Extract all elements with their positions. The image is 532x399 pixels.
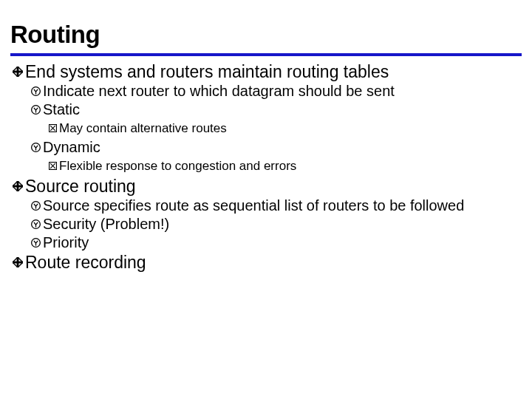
svg-rect-15 xyxy=(13,262,23,264)
bullet-text: Static xyxy=(43,101,522,118)
bullet-text: Security (Problem!) xyxy=(43,216,522,233)
title-rule xyxy=(10,53,522,56)
circle-y-icon xyxy=(28,234,43,251)
svg-rect-1 xyxy=(13,71,23,73)
bullet-text: Indicate next router to which datagram s… xyxy=(43,83,522,100)
dingbat-icon xyxy=(10,177,25,196)
bullet-l3: May contain alternative routes xyxy=(10,121,522,136)
bullet-l1: Route recording xyxy=(10,253,522,272)
bullet-text: End systems and routers maintain routing… xyxy=(25,62,522,81)
bullet-text: May contain alternative routes xyxy=(59,121,522,136)
bullet-text: Priority xyxy=(43,234,522,251)
circle-y-icon xyxy=(28,216,43,233)
bullet-l2: Security (Problem!) xyxy=(10,216,522,233)
bullet-text: Flexible response to congestion and erro… xyxy=(59,159,522,174)
circle-y-icon xyxy=(28,83,43,100)
box-x-icon xyxy=(46,159,59,173)
bullet-text: Source routing xyxy=(25,177,522,196)
circle-y-icon xyxy=(28,197,43,214)
svg-rect-9 xyxy=(13,185,23,187)
slide-title: Routing xyxy=(10,21,522,49)
circle-y-icon xyxy=(28,101,43,118)
bullet-text: Source specifies route as sequential lis… xyxy=(43,197,522,214)
bullet-l2: Static xyxy=(10,101,522,118)
bullet-l2: Source specifies route as sequential lis… xyxy=(10,197,522,214)
bullet-l1: Source routing xyxy=(10,177,522,196)
bullet-l2: Priority xyxy=(10,234,522,251)
circle-y-icon xyxy=(28,139,43,156)
dingbat-icon xyxy=(10,253,25,272)
bullet-l2: Dynamic xyxy=(10,139,522,156)
bullet-l3: Flexible response to congestion and erro… xyxy=(10,159,522,174)
box-x-icon xyxy=(46,121,59,135)
bullet-text: Dynamic xyxy=(43,139,522,156)
bullet-l1: End systems and routers maintain routing… xyxy=(10,62,522,81)
dingbat-icon xyxy=(10,62,25,81)
bullet-text: Route recording xyxy=(25,253,522,272)
bullet-l2: Indicate next router to which datagram s… xyxy=(10,83,522,100)
